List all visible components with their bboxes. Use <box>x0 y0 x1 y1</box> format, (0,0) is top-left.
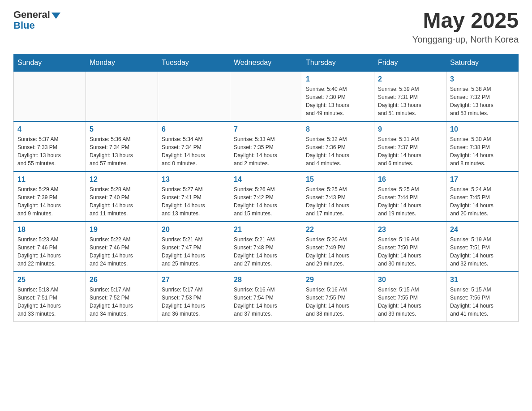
calendar-header-row: SundayMondayTuesdayWednesdayThursdayFrid… <box>14 54 519 71</box>
calendar-week-row: 18Sunrise: 5:23 AMSunset: 7:46 PMDayligh… <box>14 222 519 272</box>
logo-general-text: General <box>13 9 50 21</box>
day-info: Sunrise: 5:40 AMSunset: 7:30 PMDaylight:… <box>306 85 370 117</box>
day-info: Sunrise: 5:22 AMSunset: 7:46 PMDaylight:… <box>90 235 154 268</box>
column-header-wednesday: Wednesday <box>230 54 302 71</box>
logo-arrow-icon <box>51 13 60 19</box>
calendar-cell: 1Sunrise: 5:40 AMSunset: 7:30 PMDaylight… <box>302 71 374 121</box>
day-number: 1 <box>306 75 370 83</box>
column-header-tuesday: Tuesday <box>158 54 230 71</box>
day-number: 12 <box>90 176 154 184</box>
day-number: 19 <box>90 226 154 234</box>
day-info: Sunrise: 5:38 AMSunset: 7:32 PMDaylight:… <box>450 85 515 117</box>
day-number: 27 <box>162 276 226 284</box>
day-number: 31 <box>450 276 515 284</box>
day-number: 14 <box>234 176 298 184</box>
day-number: 21 <box>234 226 298 234</box>
calendar-cell: 24Sunrise: 5:19 AMSunset: 7:51 PMDayligh… <box>446 222 519 272</box>
day-info: Sunrise: 5:15 AMSunset: 7:56 PMDaylight:… <box>450 286 515 318</box>
day-info: Sunrise: 5:33 AMSunset: 7:35 PMDaylight:… <box>234 135 298 167</box>
calendar-cell: 26Sunrise: 5:17 AMSunset: 7:52 PMDayligh… <box>86 272 158 322</box>
day-number: 5 <box>90 125 154 133</box>
day-number: 22 <box>306 226 370 234</box>
calendar-cell: 31Sunrise: 5:15 AMSunset: 7:56 PMDayligh… <box>446 272 519 322</box>
day-number: 2 <box>378 75 442 83</box>
day-number: 17 <box>450 176 515 184</box>
calendar-cell: 19Sunrise: 5:22 AMSunset: 7:46 PMDayligh… <box>86 222 158 272</box>
calendar-cell: 29Sunrise: 5:16 AMSunset: 7:55 PMDayligh… <box>302 272 374 322</box>
day-info: Sunrise: 5:29 AMSunset: 7:39 PMDaylight:… <box>17 185 82 218</box>
day-info: Sunrise: 5:31 AMSunset: 7:37 PMDaylight:… <box>378 135 442 167</box>
column-header-friday: Friday <box>374 54 446 71</box>
day-info: Sunrise: 5:32 AMSunset: 7:36 PMDaylight:… <box>306 135 370 167</box>
calendar-cell: 9Sunrise: 5:31 AMSunset: 7:37 PMDaylight… <box>374 121 446 171</box>
day-number: 16 <box>378 176 442 184</box>
month-title: May 2025 <box>412 9 519 33</box>
day-info: Sunrise: 5:19 AMSunset: 7:51 PMDaylight:… <box>450 235 515 268</box>
calendar-cell: 11Sunrise: 5:29 AMSunset: 7:39 PMDayligh… <box>14 171 86 222</box>
calendar-cell: 2Sunrise: 5:39 AMSunset: 7:31 PMDaylight… <box>374 71 446 121</box>
calendar-cell: 4Sunrise: 5:37 AMSunset: 7:33 PMDaylight… <box>14 121 86 171</box>
calendar-cell <box>230 71 302 121</box>
logo: General Blue <box>13 9 60 31</box>
calendar-cell <box>14 71 86 121</box>
location-title: Yonggang-up, North Korea <box>412 34 519 45</box>
day-number: 13 <box>162 176 226 184</box>
day-info: Sunrise: 5:27 AMSunset: 7:41 PMDaylight:… <box>162 185 226 218</box>
calendar-cell: 7Sunrise: 5:33 AMSunset: 7:35 PMDaylight… <box>230 121 302 171</box>
calendar-cell: 8Sunrise: 5:32 AMSunset: 7:36 PMDaylight… <box>302 121 374 171</box>
column-header-thursday: Thursday <box>302 54 374 71</box>
day-info: Sunrise: 5:39 AMSunset: 7:31 PMDaylight:… <box>378 85 442 117</box>
calendar-cell: 3Sunrise: 5:38 AMSunset: 7:32 PMDaylight… <box>446 71 519 121</box>
day-number: 8 <box>306 125 370 133</box>
day-info: Sunrise: 5:17 AMSunset: 7:53 PMDaylight:… <box>162 286 226 318</box>
day-number: 10 <box>450 125 515 133</box>
column-header-sunday: Sunday <box>14 54 86 71</box>
calendar-cell: 22Sunrise: 5:20 AMSunset: 7:49 PMDayligh… <box>302 222 374 272</box>
calendar-cell: 10Sunrise: 5:30 AMSunset: 7:38 PMDayligh… <box>446 121 519 171</box>
calendar-cell: 27Sunrise: 5:17 AMSunset: 7:53 PMDayligh… <box>158 272 230 322</box>
day-number: 30 <box>378 276 442 284</box>
calendar-cell: 15Sunrise: 5:25 AMSunset: 7:43 PMDayligh… <box>302 171 374 222</box>
calendar-cell: 16Sunrise: 5:25 AMSunset: 7:44 PMDayligh… <box>374 171 446 222</box>
day-info: Sunrise: 5:15 AMSunset: 7:55 PMDaylight:… <box>378 286 442 318</box>
calendar-cell <box>86 71 158 121</box>
day-number: 29 <box>306 276 370 284</box>
day-info: Sunrise: 5:19 AMSunset: 7:50 PMDaylight:… <box>378 235 442 268</box>
calendar-cell: 14Sunrise: 5:26 AMSunset: 7:42 PMDayligh… <box>230 171 302 222</box>
day-number: 7 <box>234 125 298 133</box>
calendar-cell: 28Sunrise: 5:16 AMSunset: 7:54 PMDayligh… <box>230 272 302 322</box>
day-number: 23 <box>378 226 442 234</box>
calendar-cell: 23Sunrise: 5:19 AMSunset: 7:50 PMDayligh… <box>374 222 446 272</box>
calendar-cell: 12Sunrise: 5:28 AMSunset: 7:40 PMDayligh… <box>86 171 158 222</box>
day-info: Sunrise: 5:20 AMSunset: 7:49 PMDaylight:… <box>306 235 370 268</box>
calendar-week-row: 1Sunrise: 5:40 AMSunset: 7:30 PMDaylight… <box>14 71 519 121</box>
day-info: Sunrise: 5:17 AMSunset: 7:52 PMDaylight:… <box>90 286 154 318</box>
day-number: 6 <box>162 125 226 133</box>
calendar-cell: 30Sunrise: 5:15 AMSunset: 7:55 PMDayligh… <box>374 272 446 322</box>
day-number: 24 <box>450 226 515 234</box>
day-info: Sunrise: 5:28 AMSunset: 7:40 PMDaylight:… <box>90 185 154 218</box>
day-number: 4 <box>17 125 82 133</box>
column-header-monday: Monday <box>86 54 158 71</box>
calendar-cell: 5Sunrise: 5:36 AMSunset: 7:34 PMDaylight… <box>86 121 158 171</box>
day-info: Sunrise: 5:26 AMSunset: 7:42 PMDaylight:… <box>234 185 298 218</box>
calendar-cell: 25Sunrise: 5:18 AMSunset: 7:51 PMDayligh… <box>14 272 86 322</box>
day-number: 18 <box>17 226 82 234</box>
calendar-cell: 13Sunrise: 5:27 AMSunset: 7:41 PMDayligh… <box>158 171 230 222</box>
day-info: Sunrise: 5:16 AMSunset: 7:54 PMDaylight:… <box>234 286 298 318</box>
column-header-saturday: Saturday <box>446 54 519 71</box>
day-number: 9 <box>378 125 442 133</box>
day-info: Sunrise: 5:37 AMSunset: 7:33 PMDaylight:… <box>17 135 82 167</box>
calendar-cell <box>158 71 230 121</box>
calendar-cell: 20Sunrise: 5:21 AMSunset: 7:47 PMDayligh… <box>158 222 230 272</box>
calendar-cell: 6Sunrise: 5:34 AMSunset: 7:34 PMDaylight… <box>158 121 230 171</box>
calendar-cell: 17Sunrise: 5:24 AMSunset: 7:45 PMDayligh… <box>446 171 519 222</box>
day-number: 26 <box>90 276 154 284</box>
day-number: 20 <box>162 226 226 234</box>
day-info: Sunrise: 5:16 AMSunset: 7:55 PMDaylight:… <box>306 286 370 318</box>
day-info: Sunrise: 5:21 AMSunset: 7:47 PMDaylight:… <box>162 235 226 268</box>
day-info: Sunrise: 5:21 AMSunset: 7:48 PMDaylight:… <box>234 235 298 268</box>
day-number: 25 <box>17 276 82 284</box>
title-section: May 2025 Yonggang-up, North Korea <box>412 9 519 45</box>
day-info: Sunrise: 5:24 AMSunset: 7:45 PMDaylight:… <box>450 185 515 218</box>
